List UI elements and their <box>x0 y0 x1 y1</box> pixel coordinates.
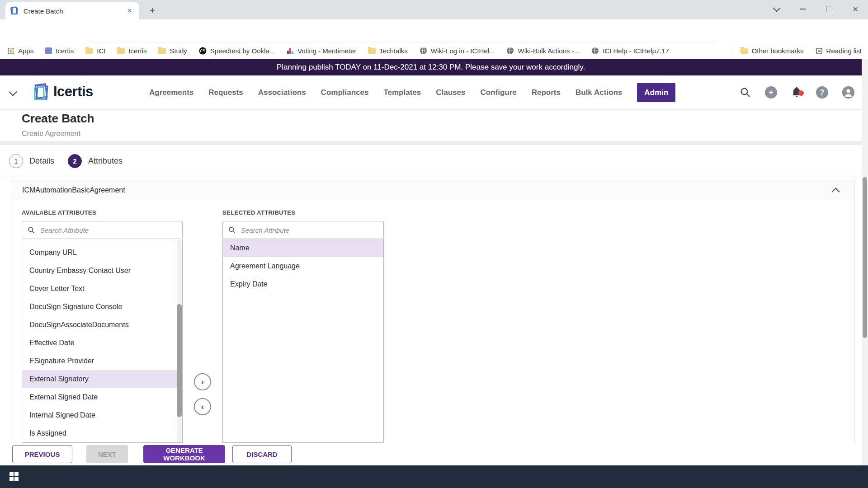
folder-icon <box>158 48 166 54</box>
main-nav: AgreementsRequestsAssociationsCompliance… <box>149 75 675 109</box>
bookmark-folder-study[interactable]: Study <box>158 47 187 55</box>
step-1-label: Details <box>29 156 54 166</box>
help-icon[interactable]: ? <box>816 86 828 99</box>
browser-tab[interactable]: Create Batch × <box>5 2 139 19</box>
window-close-button[interactable]: × <box>845 0 866 18</box>
tab-strip: Create Batch × + × <box>0 0 868 19</box>
nav-item[interactable]: Reports <box>532 88 561 97</box>
bookmark-folder-techtalks[interactable]: Techtalks <box>368 47 408 55</box>
page-scrollbar-thumb[interactable] <box>863 177 867 338</box>
available-attributes-list: Company URLCountry Embassy Contact UserC… <box>22 239 183 443</box>
notifications-bell-icon[interactable] <box>791 86 802 99</box>
folder-icon <box>368 48 376 54</box>
selected-attribute-item[interactable]: Expiry Date <box>223 275 383 293</box>
nav-item[interactable]: Associations <box>258 88 306 97</box>
search-icon <box>228 226 236 234</box>
bookmark-ici-help[interactable]: ICI Help - ICIHelp7.17 <box>591 47 669 55</box>
nav-item[interactable]: Requests <box>208 88 243 97</box>
new-tab-button[interactable]: + <box>146 4 159 17</box>
reading-list-button[interactable]: Reading list <box>816 47 862 55</box>
step-1-indicator[interactable]: 1 <box>9 154 23 168</box>
start-button[interactable] <box>0 465 28 488</box>
bookmark-folder-icertis[interactable]: Icertis <box>117 47 146 55</box>
previous-button[interactable]: PREVIOUS <box>12 445 72 463</box>
create-new-icon[interactable]: + <box>765 86 777 99</box>
folder-icon <box>117 48 125 54</box>
nav-item[interactable]: Agreements <box>149 88 193 97</box>
available-attribute-item[interactable]: Internal Signed Date <box>22 406 182 424</box>
discard-button[interactable]: DISCARD <box>232 445 292 463</box>
selected-attribute-item[interactable]: Name <box>223 239 383 257</box>
available-attribute-item[interactable]: DocuSignAssociateDocuments <box>22 316 182 334</box>
selected-attribute-item[interactable]: Agreement Language <box>223 257 383 275</box>
bookmark-wiki-bulk[interactable]: Wiki-Bulk Actions -... <box>506 47 580 55</box>
move-left-button[interactable]: ‹ <box>194 398 211 415</box>
nav-item[interactable]: Compliances <box>321 88 369 97</box>
available-attribute-item[interactable]: DocuSign Signature Console <box>22 298 182 316</box>
bookmarks-bar: Apps Icertis ICI Icertis Study Speedtest… <box>0 43 868 59</box>
step-2-label: Attributes <box>88 156 123 166</box>
available-attribute-item[interactable]: External Signatory <box>22 370 182 388</box>
apps-shortcut[interactable]: Apps <box>7 47 33 55</box>
other-bookmarks-button[interactable]: Other bookmarks <box>741 47 804 55</box>
tab-close-icon[interactable]: × <box>125 6 135 16</box>
available-attribute-item[interactable]: Effective Date <box>22 334 182 352</box>
available-list-scrollbar-thumb[interactable] <box>177 304 182 417</box>
announcement-text: Planning publish TODAY on 11-Dec-2021 at… <box>277 63 585 72</box>
available-attributes-heading: AVAILABLE ATTRIBUTES <box>22 209 96 216</box>
speedtest-icon <box>199 47 207 55</box>
available-attribute-item[interactable]: Cover Letter Text <box>22 280 182 298</box>
collapse-section-icon[interactable] <box>831 188 840 196</box>
icertis-logo[interactable]: Icertis <box>31 82 93 101</box>
step-attributes[interactable]: 2 Attributes <box>68 154 123 168</box>
icertis-logo-mark-icon <box>31 82 52 101</box>
nav-item[interactable]: Templates <box>383 88 421 97</box>
window-minimize-button[interactable] <box>793 0 813 18</box>
step-details[interactable]: 1 Details <box>9 154 54 168</box>
bookmark-icertis-site[interactable]: Icertis <box>45 47 74 55</box>
bookmark-speedtest[interactable]: Speedtest by Ookla... <box>199 47 275 55</box>
header-collapse-icon[interactable] <box>10 89 17 96</box>
search-icon[interactable] <box>740 87 751 98</box>
available-attribute-item[interactable]: Company URL <box>22 244 182 262</box>
available-attribute-item[interactable]: Is Assigned <box>22 424 182 442</box>
step-2-indicator[interactable]: 2 <box>68 154 82 168</box>
brand-name: Icertis <box>53 84 93 100</box>
windows-taskbar <box>0 465 868 488</box>
tab-favicon-icon <box>10 6 19 15</box>
available-search-box[interactable] <box>22 221 183 239</box>
apps-grid-icon <box>7 47 14 55</box>
available-attribute-item[interactable]: Country Embassy Contact User <box>22 262 182 280</box>
nav-item[interactable]: Admin <box>637 83 675 102</box>
mentimeter-icon <box>287 47 294 54</box>
bookmarks-separator <box>734 47 734 56</box>
available-search-input[interactable] <box>39 226 168 235</box>
move-right-button[interactable]: › <box>194 373 211 390</box>
breadcrumb: Create Agreement <box>22 130 80 138</box>
browser-toolbar: opqa9.icertis.com/Integration/CreateLega… <box>0 19 868 43</box>
available-attribute-item[interactable]: ESignature Provider <box>22 352 182 370</box>
bookmark-wiki-login[interactable]: Wiki-Log in - ICIHel... <box>420 47 495 55</box>
generate-workbook-button[interactable]: GENERATE WORKBOOK <box>143 445 225 463</box>
tab-search-icon[interactable] <box>766 0 787 18</box>
agreement-type-title: ICMAutomationBasicAgreement <box>22 186 125 194</box>
window-maximize-button[interactable] <box>819 0 840 18</box>
steps-row: 1 Details 2 Attributes <box>0 145 862 177</box>
next-button[interactable]: NEXT <box>86 445 128 463</box>
footer-action-bar: PREVIOUS NEXT GENERATE WORKBOOK DISCARD <box>0 443 862 465</box>
nav-item[interactable]: Clauses <box>436 88 465 97</box>
reading-list-icon <box>816 47 823 55</box>
selected-search-box[interactable] <box>222 221 384 239</box>
section-divider <box>0 141 862 145</box>
user-profile-icon[interactable] <box>842 86 854 99</box>
available-attribute-item[interactable]: External Signed Date <box>22 388 182 406</box>
nav-item[interactable]: Bulk Actions <box>576 88 622 97</box>
windows-logo-icon <box>9 472 19 482</box>
bookmark-folder-ici[interactable]: ICI <box>85 47 105 55</box>
agreement-section-header[interactable]: ICMAutomationBasicAgreement <box>11 180 854 200</box>
selected-search-input[interactable] <box>240 226 369 235</box>
folder-icon <box>85 48 93 54</box>
bookmark-mentimeter[interactable]: Voting - Mentimeter <box>287 47 356 55</box>
nav-item[interactable]: Configure <box>480 88 516 97</box>
globe-icon <box>420 47 427 55</box>
